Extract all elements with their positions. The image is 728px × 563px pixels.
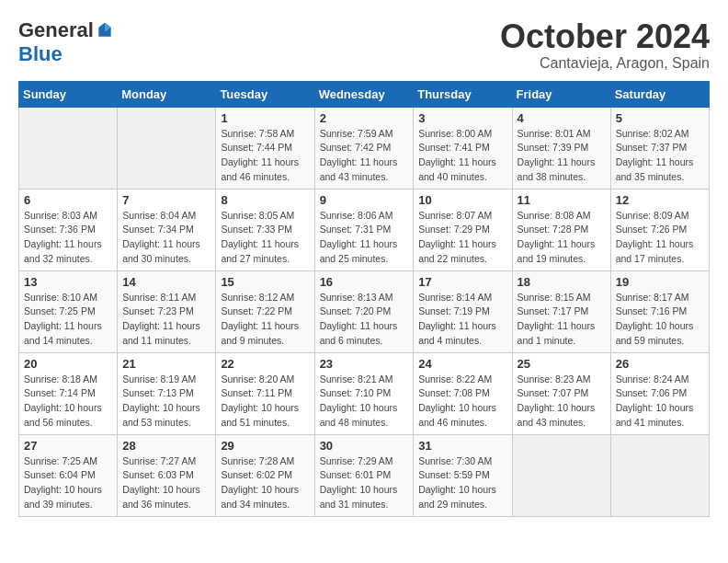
column-header-saturday: Saturday xyxy=(610,81,709,107)
day-number: 16 xyxy=(320,275,409,289)
day-cell: 28Sunrise: 7:27 AM Sunset: 6:03 PM Dayli… xyxy=(118,434,216,516)
day-cell: 29Sunrise: 7:28 AM Sunset: 6:02 PM Dayli… xyxy=(216,434,314,516)
day-number: 24 xyxy=(418,357,506,371)
day-detail: Sunrise: 7:29 AM Sunset: 6:01 PM Dayligh… xyxy=(320,454,409,512)
day-detail: Sunrise: 8:13 AM Sunset: 7:20 PM Dayligh… xyxy=(320,291,409,349)
day-detail: Sunrise: 8:15 AM Sunset: 7:17 PM Dayligh… xyxy=(518,291,606,349)
day-cell: 30Sunrise: 7:29 AM Sunset: 6:01 PM Dayli… xyxy=(314,434,414,516)
month-title: October 2024 xyxy=(500,18,710,55)
day-cell: 27Sunrise: 7:25 AM Sunset: 6:04 PM Dayli… xyxy=(19,434,118,516)
day-number: 14 xyxy=(122,275,210,289)
week-row-5: 27Sunrise: 7:25 AM Sunset: 6:04 PM Dayli… xyxy=(19,434,710,516)
day-number: 31 xyxy=(418,439,506,453)
day-cell xyxy=(118,107,216,189)
day-detail: Sunrise: 8:08 AM Sunset: 7:28 PM Dayligh… xyxy=(518,209,606,267)
day-cell: 6Sunrise: 8:03 AM Sunset: 7:36 PM Daylig… xyxy=(19,189,118,270)
day-detail: Sunrise: 7:27 AM Sunset: 6:03 PM Dayligh… xyxy=(122,454,210,512)
location-subtitle: Cantavieja, Aragon, Spain xyxy=(500,55,710,72)
day-number: 1 xyxy=(221,111,309,125)
day-cell: 31Sunrise: 7:30 AM Sunset: 5:59 PM Dayli… xyxy=(414,434,512,516)
day-number: 15 xyxy=(221,275,309,289)
week-row-3: 13Sunrise: 8:10 AM Sunset: 7:25 PM Dayli… xyxy=(19,270,710,352)
day-detail: Sunrise: 8:07 AM Sunset: 7:29 PM Dayligh… xyxy=(418,209,506,267)
day-cell xyxy=(19,107,118,189)
day-detail: Sunrise: 8:19 AM Sunset: 7:13 PM Dayligh… xyxy=(122,373,210,431)
day-cell: 15Sunrise: 8:12 AM Sunset: 7:22 PM Dayli… xyxy=(216,270,314,352)
day-number: 23 xyxy=(320,357,409,371)
day-detail: Sunrise: 8:01 AM Sunset: 7:39 PM Dayligh… xyxy=(518,127,606,185)
day-number: 29 xyxy=(221,439,309,453)
day-number: 5 xyxy=(616,111,704,125)
day-cell: 7Sunrise: 8:04 AM Sunset: 7:34 PM Daylig… xyxy=(118,189,216,270)
logo-icon xyxy=(96,21,114,40)
day-detail: Sunrise: 8:10 AM Sunset: 7:25 PM Dayligh… xyxy=(24,291,112,349)
week-row-2: 6Sunrise: 8:03 AM Sunset: 7:36 PM Daylig… xyxy=(19,189,710,270)
day-number: 4 xyxy=(518,111,606,125)
day-cell: 12Sunrise: 8:09 AM Sunset: 7:26 PM Dayli… xyxy=(610,189,709,270)
day-number: 13 xyxy=(24,275,112,289)
day-detail: Sunrise: 8:22 AM Sunset: 7:08 PM Dayligh… xyxy=(418,373,506,431)
day-detail: Sunrise: 8:21 AM Sunset: 7:10 PM Dayligh… xyxy=(320,373,409,431)
day-detail: Sunrise: 8:02 AM Sunset: 7:37 PM Dayligh… xyxy=(616,127,704,185)
day-cell: 17Sunrise: 8:14 AM Sunset: 7:19 PM Dayli… xyxy=(414,270,512,352)
day-cell: 14Sunrise: 8:11 AM Sunset: 7:23 PM Dayli… xyxy=(118,270,216,352)
day-cell: 25Sunrise: 8:23 AM Sunset: 7:07 PM Dayli… xyxy=(512,352,610,434)
day-cell: 8Sunrise: 8:05 AM Sunset: 7:33 PM Daylig… xyxy=(216,189,314,270)
day-detail: Sunrise: 7:59 AM Sunset: 7:42 PM Dayligh… xyxy=(320,127,409,185)
day-cell: 19Sunrise: 8:17 AM Sunset: 7:16 PM Dayli… xyxy=(610,270,709,352)
day-detail: Sunrise: 8:09 AM Sunset: 7:26 PM Dayligh… xyxy=(616,209,704,267)
day-number: 19 xyxy=(616,275,704,289)
day-number: 22 xyxy=(221,357,309,371)
day-cell xyxy=(610,434,709,516)
day-detail: Sunrise: 8:18 AM Sunset: 7:14 PM Dayligh… xyxy=(24,373,112,431)
column-header-monday: Monday xyxy=(118,81,216,107)
day-cell: 4Sunrise: 8:01 AM Sunset: 7:39 PM Daylig… xyxy=(512,107,610,189)
day-detail: Sunrise: 7:30 AM Sunset: 5:59 PM Dayligh… xyxy=(418,454,506,512)
day-cell: 22Sunrise: 8:20 AM Sunset: 7:11 PM Dayli… xyxy=(216,352,314,434)
column-header-wednesday: Wednesday xyxy=(314,81,414,107)
day-number: 6 xyxy=(24,193,112,207)
week-row-1: 1Sunrise: 7:58 AM Sunset: 7:44 PM Daylig… xyxy=(19,107,710,189)
day-detail: Sunrise: 7:25 AM Sunset: 6:04 PM Dayligh… xyxy=(24,454,112,512)
day-number: 2 xyxy=(320,111,409,125)
day-number: 20 xyxy=(24,357,112,371)
day-cell: 5Sunrise: 8:02 AM Sunset: 7:37 PM Daylig… xyxy=(610,107,709,189)
page-header: General Blue October 2024 Cantavieja, Ar… xyxy=(18,18,710,72)
day-number: 12 xyxy=(616,193,704,207)
day-cell: 21Sunrise: 8:19 AM Sunset: 7:13 PM Dayli… xyxy=(118,352,216,434)
day-cell: 26Sunrise: 8:24 AM Sunset: 7:06 PM Dayli… xyxy=(610,352,709,434)
day-number: 7 xyxy=(122,193,210,207)
day-cell: 23Sunrise: 8:21 AM Sunset: 7:10 PM Dayli… xyxy=(314,352,414,434)
day-number: 18 xyxy=(518,275,606,289)
day-number: 26 xyxy=(616,357,704,371)
day-cell: 2Sunrise: 7:59 AM Sunset: 7:42 PM Daylig… xyxy=(314,107,414,189)
day-number: 17 xyxy=(418,275,506,289)
day-detail: Sunrise: 8:20 AM Sunset: 7:11 PM Dayligh… xyxy=(221,373,309,431)
day-number: 9 xyxy=(320,193,409,207)
day-number: 11 xyxy=(518,193,606,207)
day-cell: 20Sunrise: 8:18 AM Sunset: 7:14 PM Dayli… xyxy=(19,352,118,434)
day-cell: 11Sunrise: 8:08 AM Sunset: 7:28 PM Dayli… xyxy=(512,189,610,270)
column-header-sunday: Sunday xyxy=(19,81,118,107)
logo-general-text: General xyxy=(18,18,94,42)
logo-blue-text: Blue xyxy=(18,42,63,66)
day-number: 10 xyxy=(418,193,506,207)
column-header-friday: Friday xyxy=(512,81,610,107)
day-cell xyxy=(512,434,610,516)
day-detail: Sunrise: 7:28 AM Sunset: 6:02 PM Dayligh… xyxy=(221,454,309,512)
day-detail: Sunrise: 8:04 AM Sunset: 7:34 PM Dayligh… xyxy=(122,209,210,267)
day-detail: Sunrise: 8:03 AM Sunset: 7:36 PM Dayligh… xyxy=(24,209,112,267)
day-cell: 10Sunrise: 8:07 AM Sunset: 7:29 PM Dayli… xyxy=(414,189,512,270)
day-detail: Sunrise: 8:17 AM Sunset: 7:16 PM Dayligh… xyxy=(616,291,704,349)
day-cell: 9Sunrise: 8:06 AM Sunset: 7:31 PM Daylig… xyxy=(314,189,414,270)
day-cell: 13Sunrise: 8:10 AM Sunset: 7:25 PM Dayli… xyxy=(19,270,118,352)
day-number: 3 xyxy=(418,111,506,125)
day-number: 28 xyxy=(122,439,210,453)
day-number: 30 xyxy=(320,439,409,453)
day-detail: Sunrise: 7:58 AM Sunset: 7:44 PM Dayligh… xyxy=(221,127,309,185)
week-row-4: 20Sunrise: 8:18 AM Sunset: 7:14 PM Dayli… xyxy=(19,352,710,434)
title-area: October 2024 Cantavieja, Aragon, Spain xyxy=(500,18,710,72)
day-detail: Sunrise: 8:06 AM Sunset: 7:31 PM Dayligh… xyxy=(320,209,409,267)
day-number: 21 xyxy=(122,357,210,371)
header-row: SundayMondayTuesdayWednesdayThursdayFrid… xyxy=(19,81,710,107)
